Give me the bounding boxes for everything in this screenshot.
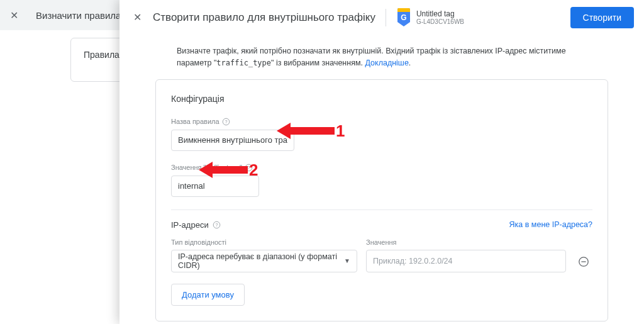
panel-title: Створити правило для внутрішнього трафік…: [153, 11, 375, 24]
config-card-title: Конфігурація: [171, 94, 592, 104]
svg-text:?: ?: [248, 164, 250, 170]
panel-header: ✕ Створити правило для внутрішнього траф…: [119, 0, 644, 35]
match-type-value: IP-адреса перебуває в діапазоні (у форма…: [178, 252, 344, 270]
learn-more-link[interactable]: Докладніше: [365, 59, 408, 67]
create-button[interactable]: Створити: [570, 7, 634, 28]
create-rule-panel: ✕ Створити правило для внутрішнього траф…: [119, 0, 644, 324]
tag-icon: G: [396, 8, 411, 27]
help-icon[interactable]: ?: [245, 164, 253, 172]
remove-condition-button[interactable]: [575, 253, 592, 271]
tag-id: G-L4D3CV16WB: [416, 18, 464, 25]
close-icon[interactable]: ✕: [130, 8, 145, 27]
svg-text:?: ?: [225, 118, 227, 124]
ip-section-label: IP-адреси ?: [171, 220, 221, 230]
svg-text:G: G: [401, 13, 406, 22]
svg-text:?: ?: [215, 221, 218, 227]
section-divider: [171, 209, 592, 210]
traffic-type-label: Значення "traffic_type" ?: [171, 164, 592, 172]
rule-name-label: Назва правила ?: [171, 118, 592, 126]
value-label: Значення: [366, 238, 566, 246]
panel-body: Визначте трафік, який потрібно позначати…: [119, 35, 644, 324]
tag-name: Untitled tag: [416, 9, 464, 18]
ip-value-input[interactable]: [366, 250, 566, 272]
traffic-type-input[interactable]: [171, 176, 259, 197]
divider: [386, 9, 386, 26]
config-card: Конфігурація Назва правила ? Значення "t…: [155, 79, 608, 321]
help-icon[interactable]: ?: [213, 221, 221, 229]
help-icon[interactable]: ?: [222, 118, 230, 126]
match-type-label: Тип відповідності: [171, 238, 357, 246]
rule-name-input[interactable]: [171, 130, 294, 151]
ip-condition-row: Тип відповідності IP-адреса перебуває в …: [171, 238, 592, 272]
whats-my-ip-link[interactable]: Яка в мене IP-адреса?: [509, 220, 592, 229]
match-type-select[interactable]: IP-адреса перебуває в діапазоні (у форма…: [171, 250, 357, 272]
intro-text: Визначте трафік, який потрібно позначати…: [162, 45, 602, 69]
add-condition-button[interactable]: Додати умову: [171, 284, 245, 306]
tag-block[interactable]: G Untitled tag G-L4D3CV16WB: [396, 8, 464, 27]
chevron-down-icon: ▼: [344, 257, 350, 264]
bg-close-icon[interactable]: ✕: [10, 9, 18, 21]
bg-header-title: Визначити правила д: [36, 10, 129, 21]
